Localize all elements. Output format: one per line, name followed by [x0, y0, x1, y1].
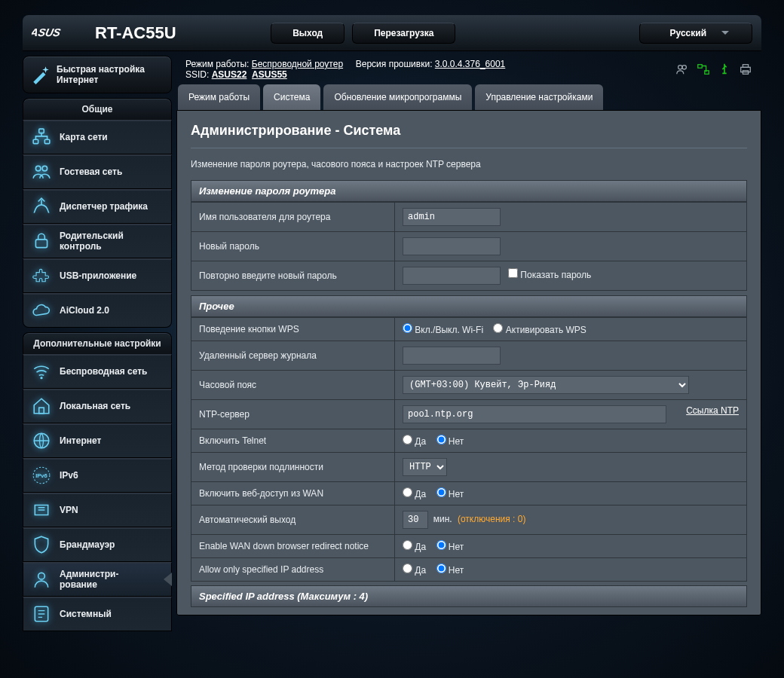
svg-point-14: [678, 66, 682, 69]
allow-ip-no-radio[interactable]: Нет: [436, 565, 464, 576]
sidebar-item-network-map[interactable]: Карта сети: [23, 120, 172, 154]
firmware-link[interactable]: 3.0.0.4.376_6001: [435, 59, 505, 69]
sidebar-item-label: Локальная сеть: [60, 401, 130, 411]
quick-internet-setup[interactable]: Быстрая настройкаИнтернет: [23, 56, 172, 93]
ntp-server-label: NTP-сервер: [191, 399, 395, 429]
svg-rect-6: [35, 240, 47, 248]
sidebar-item-label: Интернет: [60, 435, 101, 446]
svg-rect-2: [33, 139, 38, 143]
sidebar-item-ipv6[interactable]: IPv6 IPv6: [23, 458, 172, 493]
new-password-label: Новый пароль: [191, 232, 395, 261]
mode-link[interactable]: Беспроводной роутер: [252, 59, 343, 69]
allow-ip-yes-radio[interactable]: Да: [403, 565, 426, 576]
wan-web-yes-radio[interactable]: Да: [403, 489, 426, 499]
svg-text:ASUS: ASUS: [32, 26, 62, 38]
reboot-button[interactable]: Перезагрузка: [352, 23, 455, 44]
wps-toggle-radio[interactable]: Вкл./Выкл. Wi-Fi: [403, 325, 483, 335]
allow-ip-label: Allow only specified IP address: [191, 557, 395, 581]
sidebar-item-guest-network[interactable]: Гостевая сеть: [23, 154, 172, 189]
lock-icon: [31, 231, 52, 252]
auto-logout-label: Автоматический выход: [191, 505, 395, 534]
sidebar-item-traffic-manager[interactable]: Диспетчер трафика: [23, 189, 172, 224]
usb-status-icon[interactable]: [718, 63, 731, 76]
wan-down-yes-radio[interactable]: Да: [403, 542, 426, 552]
printer-status-icon[interactable]: [739, 63, 752, 76]
sidebar-item-label: AiCloud 2.0: [60, 305, 109, 316]
sidebar: Быстрая настройкаИнтернет Общие Карта се…: [23, 51, 172, 631]
puzzle-icon: [31, 265, 52, 286]
guest-network-icon: [31, 161, 52, 182]
sidebar-item-parental-control[interactable]: Родительский контроль: [23, 224, 172, 258]
ntp-link[interactable]: Ссылка NTP: [686, 405, 739, 416]
globe-icon: [31, 430, 52, 451]
retype-password-input[interactable]: [403, 267, 501, 285]
telnet-no-radio[interactable]: Нет: [436, 436, 464, 447]
chevron-down-icon: [721, 31, 729, 35]
ntp-server-input[interactable]: [403, 405, 666, 423]
ipv6-icon: IPv6: [31, 465, 52, 486]
settings-panel: Администрирование - Система Изменение па…: [176, 110, 761, 615]
sidebar-item-usb-application[interactable]: USB-приложение: [23, 258, 172, 293]
sidebar-item-aicloud[interactable]: AiCloud 2.0: [23, 293, 172, 328]
ssid-label: SSID:: [185, 69, 209, 80]
wan-down-label: Enable WAN down browser redirect notice: [191, 534, 395, 557]
svg-point-15: [682, 66, 686, 69]
svg-rect-8: [39, 408, 44, 414]
panel-title: Администрирование - Система: [191, 123, 747, 148]
wps-activate-radio[interactable]: Активировать WPS: [493, 325, 586, 335]
show-password-checkbox[interactable]: [508, 268, 518, 278]
wan-web-label: Включить веб-доступ из WAN: [191, 481, 395, 505]
tab-restore-save[interactable]: Управление настройками: [475, 84, 603, 110]
tab-operation-mode[interactable]: Режим работы: [178, 84, 260, 110]
sidebar-item-label: Брандмауэр: [60, 539, 115, 550]
sidebar-item-label: Диспетчер трафика: [60, 201, 148, 212]
network-map-icon: [31, 127, 52, 148]
new-password-input[interactable]: [403, 237, 501, 255]
timezone-select[interactable]: (GMT+03:00) Кувейт, Эр-Рияд: [403, 376, 689, 394]
asus-logo: ASUS: [32, 26, 86, 40]
svg-rect-3: [44, 139, 50, 143]
sidebar-item-system-log[interactable]: Системный: [23, 597, 172, 631]
vpn-icon: [31, 499, 52, 521]
wan-down-no-radio[interactable]: Нет: [436, 542, 464, 552]
sidebar-item-label: Администри- рование: [60, 569, 118, 590]
svg-rect-18: [741, 67, 751, 72]
traffic-manager-icon: [31, 196, 52, 217]
svg-point-5: [42, 166, 47, 171]
ssid1-link[interactable]: ASUS22: [212, 69, 247, 80]
clients-icon[interactable]: [675, 63, 689, 76]
tab-system[interactable]: Система: [263, 84, 320, 110]
section-password: Изменение пароля роутера: [191, 180, 747, 202]
auth-method-select[interactable]: HTTP: [403, 458, 447, 476]
language-select[interactable]: Русский: [639, 23, 753, 44]
sidebar-item-label: Родительский контроль: [60, 231, 164, 252]
sidebar-item-label: Гостевая сеть: [60, 166, 122, 177]
telnet-yes-radio[interactable]: Да: [403, 436, 426, 447]
sidebar-section-advanced: Дополнительные настройки: [23, 332, 172, 354]
mode-label: Режим работы:: [185, 59, 249, 69]
internet-status-icon[interactable]: [697, 63, 710, 76]
retype-password-label: Повторно введите новый пароль: [191, 261, 395, 291]
remote-log-label: Удаленный сервер журнала: [191, 341, 395, 370]
sidebar-item-firewall[interactable]: Брандмауэр: [23, 527, 172, 562]
wand-icon: [31, 65, 51, 84]
sidebar-item-wireless[interactable]: Беспроводная сеть: [23, 354, 172, 389]
sidebar-section-general: Общие: [23, 98, 172, 120]
sidebar-item-label: Беспроводная сеть: [60, 366, 147, 377]
wan-web-no-radio[interactable]: Нет: [436, 489, 464, 499]
ssid2-link[interactable]: ASUS55: [252, 69, 287, 80]
sidebar-item-lan[interactable]: Локальная сеть: [23, 389, 172, 423]
auto-logout-input[interactable]: [403, 511, 428, 529]
tab-firmware-upgrade[interactable]: Обновление микропрограммы: [323, 84, 472, 110]
sidebar-item-wan[interactable]: Интернет: [23, 423, 172, 458]
timezone-label: Часовой пояс: [191, 370, 395, 399]
sidebar-item-vpn[interactable]: VPN: [23, 493, 172, 527]
logout-button[interactable]: Выход: [271, 23, 345, 44]
remote-log-input[interactable]: [403, 347, 501, 365]
sidebar-item-administration[interactable]: Администри- рование: [23, 562, 172, 597]
svg-rect-16: [698, 65, 702, 69]
shield-icon: [31, 534, 52, 555]
login-name-input[interactable]: [403, 208, 501, 226]
sidebar-item-label: Карта сети: [60, 132, 108, 142]
svg-point-12: [38, 573, 45, 579]
